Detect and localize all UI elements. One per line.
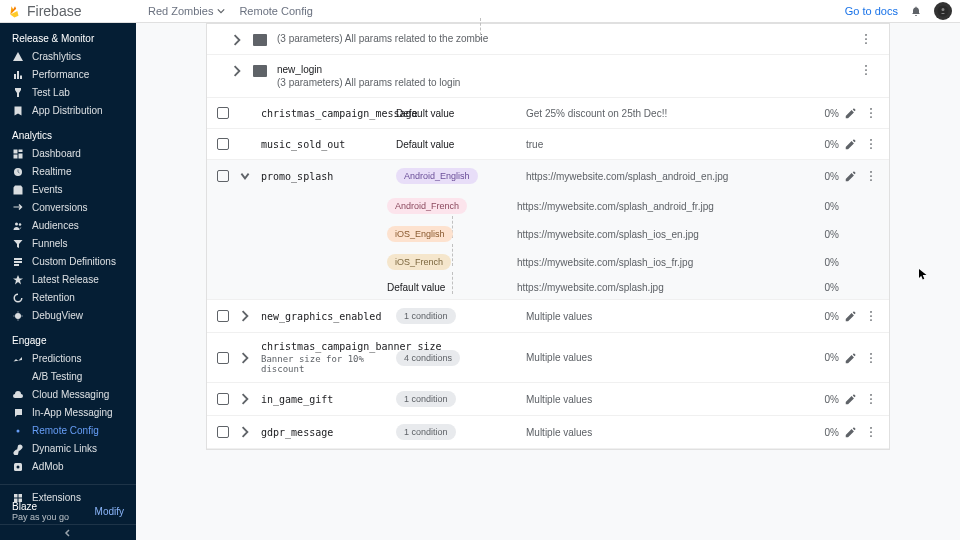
chevron-right-icon[interactable] xyxy=(239,352,251,364)
param-group[interactable]: new_login(3 parameters) All params relat… xyxy=(207,55,889,98)
sidebar-item-audiences[interactable]: Audiences xyxy=(0,217,136,235)
sidebar-item-remote-config[interactable]: Remote Config xyxy=(0,422,136,440)
sidebar-item-cloud-messaging[interactable]: Cloud Messaging xyxy=(0,386,136,404)
sidebar-item-a-b-testing[interactable]: A/B Testing xyxy=(0,368,136,386)
svg-point-14 xyxy=(870,108,872,110)
nav-icon xyxy=(12,389,24,401)
sidebar-item-realtime[interactable]: Realtime xyxy=(0,163,136,181)
edit-button[interactable] xyxy=(839,392,863,406)
param-row[interactable]: new_graphics_enabled1 conditionMultiple … xyxy=(207,300,889,333)
param-row[interactable]: in_game_gift1 conditionMultiple values0% xyxy=(207,383,889,416)
nav-icon xyxy=(12,256,24,268)
more-icon[interactable] xyxy=(859,32,873,46)
svg-point-8 xyxy=(865,34,867,36)
param-row[interactable]: christmas_campaign_messageDefault valueG… xyxy=(207,98,889,129)
svg-point-19 xyxy=(870,147,872,149)
fetch-pct: 0% xyxy=(799,427,839,438)
svg-point-18 xyxy=(870,143,872,145)
go-to-docs-link[interactable]: Go to docs xyxy=(845,5,898,17)
row-checkbox[interactable] xyxy=(217,107,229,119)
nav-icon xyxy=(12,51,24,63)
nav-icon xyxy=(12,310,24,322)
svg-point-12 xyxy=(865,69,867,71)
nav-icon xyxy=(12,220,24,232)
brand[interactable]: Firebase xyxy=(8,3,136,19)
chevron-right-icon[interactable] xyxy=(239,310,251,322)
more-button[interactable] xyxy=(863,309,879,323)
more-button[interactable] xyxy=(863,106,879,120)
sidebar-item-latest-release[interactable]: Latest Release xyxy=(0,271,136,289)
nav-icon xyxy=(12,407,24,419)
svg-point-3 xyxy=(19,223,22,226)
param-group[interactable]: (3 parameters) All params related to the… xyxy=(207,24,889,55)
sidebar-item-app-distribution[interactable]: App Distribution xyxy=(0,102,136,120)
edit-button[interactable] xyxy=(839,425,863,439)
chevron-down-icon[interactable] xyxy=(239,170,251,182)
param-condition-row: iOS_Englishhttps://mywebsite.com/splash_… xyxy=(207,220,889,248)
svg-point-26 xyxy=(870,353,872,355)
firebase-icon xyxy=(8,4,22,18)
sidebar-item-retention[interactable]: Retention xyxy=(0,289,136,307)
param-row-expanded[interactable]: promo_splashAndroid_Englishhttps://myweb… xyxy=(207,160,889,192)
row-checkbox[interactable] xyxy=(217,170,229,182)
sidebar-item-dashboard[interactable]: Dashboard xyxy=(0,145,136,163)
more-button[interactable] xyxy=(863,351,879,365)
edit-button[interactable] xyxy=(839,351,863,365)
more-button[interactable] xyxy=(863,169,879,183)
fetch-pct: 0% xyxy=(799,171,839,182)
collapse-sidebar-button[interactable] xyxy=(0,524,136,540)
param-row[interactable]: music_sold_outDefault valuetrue0% xyxy=(207,129,889,160)
row-checkbox[interactable] xyxy=(217,426,229,438)
chevron-right-icon[interactable] xyxy=(239,426,251,438)
edit-button[interactable] xyxy=(839,137,863,151)
sidebar-item-conversions[interactable]: Conversions xyxy=(0,199,136,217)
folder-icon xyxy=(253,65,267,77)
edit-button[interactable] xyxy=(839,106,863,120)
param-value: https://mywebsite.com/splash_android_en.… xyxy=(526,171,799,182)
svg-point-27 xyxy=(870,357,872,359)
nav-icon xyxy=(12,105,24,117)
edit-button[interactable] xyxy=(839,169,863,183)
nav-icon xyxy=(12,148,24,160)
edit-button[interactable] xyxy=(839,309,863,323)
sidebar-item-performance[interactable]: Performance xyxy=(0,66,136,84)
main-content: (3 parameters) All params related to the… xyxy=(136,23,960,540)
row-checkbox[interactable] xyxy=(217,352,229,364)
modify-plan-link[interactable]: Modify xyxy=(95,506,124,517)
row-checkbox[interactable] xyxy=(217,393,229,405)
svg-point-16 xyxy=(870,116,872,118)
param-name: music_sold_out xyxy=(261,139,396,150)
bell-icon[interactable] xyxy=(910,5,922,17)
sidebar-item-events[interactable]: Events xyxy=(0,181,136,199)
param-name: new_graphics_enabled xyxy=(261,311,396,322)
sidebar-item-crashlytics[interactable]: Crashlytics xyxy=(0,48,136,66)
sidebar-item-funnels[interactable]: Funnels xyxy=(0,235,136,253)
condition: 1 condition xyxy=(396,391,526,407)
more-icon[interactable] xyxy=(859,63,873,77)
sidebar-item-in-app-messaging[interactable]: In-App Messaging xyxy=(0,404,136,422)
row-checkbox[interactable] xyxy=(217,310,229,322)
nav-icon xyxy=(12,87,24,99)
sidebar-item-dynamic-links[interactable]: Dynamic Links xyxy=(0,440,136,458)
param-row[interactable]: christmas_campaign_banner_sizeBanner siz… xyxy=(207,333,889,383)
param-row[interactable]: gdpr_message1 conditionMultiple values0% xyxy=(207,416,889,449)
chevron-right-icon xyxy=(231,65,243,77)
row-checkbox[interactable] xyxy=(217,138,229,150)
svg-point-28 xyxy=(870,361,872,363)
param-value: Multiple values xyxy=(526,427,799,438)
sidebar-item-debugview[interactable]: DebugView xyxy=(0,307,136,325)
chevron-right-icon[interactable] xyxy=(239,393,251,405)
sidebar-item-predictions[interactable]: Predictions xyxy=(0,350,136,368)
param-condition-row: Android_Frenchhttps://mywebsite.com/spla… xyxy=(207,192,889,220)
fetch-pct: 0% xyxy=(799,352,839,363)
more-button[interactable] xyxy=(863,137,879,151)
more-button[interactable] xyxy=(863,392,879,406)
sidebar-item-custom-definitions[interactable]: Custom Definitions xyxy=(0,253,136,271)
more-button[interactable] xyxy=(863,425,879,439)
sidebar-item-admob[interactable]: AdMob xyxy=(0,458,136,476)
sidebar-item-test-lab[interactable]: Test Lab xyxy=(0,84,136,102)
svg-point-24 xyxy=(870,315,872,317)
avatar[interactable] xyxy=(934,2,952,20)
project-selector[interactable]: Red Zombies xyxy=(148,5,225,17)
svg-point-22 xyxy=(870,179,872,181)
